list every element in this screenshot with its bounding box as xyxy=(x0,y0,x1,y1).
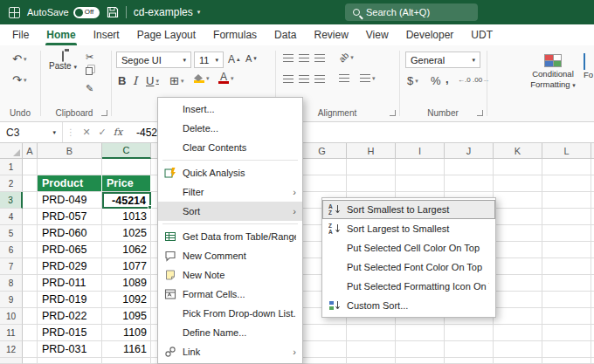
cell-B8[interactable]: PRD-011 xyxy=(38,275,102,292)
row-header-2[interactable]: 2 xyxy=(0,175,23,192)
italic-button[interactable]: I xyxy=(133,74,137,87)
cell[interactable] xyxy=(23,358,38,364)
format-as-table-button[interactable]: Fo xyxy=(584,54,594,80)
row-header-partial[interactable] xyxy=(0,358,23,364)
undo-button[interactable]: ↶▾ xyxy=(12,52,26,65)
menu-item-delete[interactable]: Delete... xyxy=(158,119,302,138)
row-header-5[interactable]: 5 xyxy=(0,225,23,242)
row-header-1[interactable]: 1 xyxy=(0,159,23,175)
align-middle-button[interactable] xyxy=(299,54,309,62)
cell[interactable] xyxy=(38,358,102,364)
cell[interactable] xyxy=(23,225,38,242)
cell-B3[interactable]: PRD-049 xyxy=(38,192,102,209)
cell-B11[interactable]: PRD-015 xyxy=(38,325,102,341)
cell[interactable] xyxy=(23,258,38,275)
submenu-item-sort-smallest-to-largest[interactable]: AZ Sort Smallest to Largest xyxy=(322,200,495,219)
underline-button[interactable]: U▾ xyxy=(146,74,159,87)
name-box[interactable]: C3 ▾ xyxy=(0,122,63,142)
cell-B9[interactable]: PRD-019 xyxy=(38,292,102,308)
cell-B6[interactable]: PRD-065 xyxy=(38,242,102,258)
row-header-11[interactable]: 11 xyxy=(0,325,23,341)
paste-button[interactable]: Paste ▾ xyxy=(47,52,79,71)
tab-formulas[interactable]: Formulas xyxy=(204,24,266,45)
row-header-6[interactable]: 6 xyxy=(0,242,23,258)
cell-C10[interactable]: 1095 xyxy=(102,308,151,325)
orientation-button[interactable]: ab▾ xyxy=(339,52,354,62)
merge-center-button[interactable]: ▾ xyxy=(360,74,376,82)
tab-data[interactable]: Data xyxy=(266,24,305,45)
cell-C6[interactable]: 1062 xyxy=(102,242,151,258)
conditional-formatting-button[interactable]: Conditional Formatting ▾ xyxy=(522,54,584,90)
row-header-3[interactable]: 3 xyxy=(0,192,23,209)
increase-decimal-button[interactable]: ←.0 xyxy=(458,76,471,84)
cell[interactable] xyxy=(102,358,151,364)
cell[interactable] xyxy=(23,341,38,358)
col-header-l[interactable]: L xyxy=(542,143,591,159)
number-format-select[interactable]: General▾ xyxy=(405,52,480,68)
save-icon[interactable] xyxy=(107,6,119,18)
alignment-dialog-launcher[interactable] xyxy=(390,110,396,116)
row-header-9[interactable]: 9 xyxy=(0,292,23,308)
cell-C8[interactable]: 1089 xyxy=(102,275,151,292)
insert-function-button[interactable]: fx xyxy=(110,127,126,138)
cell-C7[interactable]: 1077 xyxy=(102,258,151,275)
cell[interactable] xyxy=(38,159,102,175)
menu-item-format-cells[interactable]: Format Cells... xyxy=(158,285,302,304)
cell[interactable] xyxy=(23,275,38,292)
submenu-item-put-cell-color-on-top[interactable]: Put Selected Cell Color On Top xyxy=(322,238,495,258)
tab-udt[interactable]: UDT xyxy=(462,24,501,45)
fill-handle[interactable] xyxy=(148,205,152,209)
format-painter-button[interactable]: ✎ xyxy=(86,83,93,94)
align-right-button[interactable] xyxy=(314,75,325,83)
menu-item-sort[interactable]: Sort › xyxy=(158,202,302,221)
menu-item-pick-from-list[interactable]: Pick From Drop-down List... xyxy=(158,304,302,323)
clipboard-dialog-launcher[interactable] xyxy=(101,110,107,116)
cell[interactable] xyxy=(102,159,151,175)
menu-item-new-comment[interactable]: New Comment xyxy=(158,246,302,265)
enter-button[interactable]: ✓ xyxy=(94,127,110,138)
align-top-button[interactable] xyxy=(283,54,294,62)
cell-C5[interactable]: 1025 xyxy=(102,225,151,242)
cell[interactable] xyxy=(23,292,38,308)
cancel-button[interactable]: ✕ xyxy=(79,127,94,138)
fill-color-button[interactable]: ▾ xyxy=(194,74,210,83)
shrink-font-button[interactable]: A▾ xyxy=(245,53,257,64)
col-header-h[interactable]: H xyxy=(347,143,396,159)
menu-item-quick-analysis[interactable]: Quick Analysis xyxy=(158,163,302,182)
formula-bar-grip[interactable]: ⋮ xyxy=(63,127,79,137)
cell-B5[interactable]: PRD-060 xyxy=(38,225,102,242)
col-header-i[interactable]: I xyxy=(396,143,445,159)
redo-button[interactable]: ↷▾ xyxy=(12,73,26,86)
tab-home[interactable]: Home xyxy=(38,24,84,45)
cell[interactable] xyxy=(23,192,38,209)
cell[interactable] xyxy=(23,175,38,192)
cell-C11[interactable]: 1109 xyxy=(102,325,151,341)
col-header-c[interactable]: C xyxy=(102,143,151,159)
search-box[interactable]: Search (Alt+Q) xyxy=(345,3,478,21)
font-name-select[interactable]: Segoe UI▾ xyxy=(116,52,191,68)
row-header-12[interactable]: 12 xyxy=(0,341,23,358)
tab-developer[interactable]: Developer xyxy=(397,24,463,45)
cell-C9[interactable]: 1092 xyxy=(102,292,151,308)
filename-menu[interactable]: cd-examples ▾ xyxy=(134,6,201,18)
submenu-item-sort-largest-to-smallest[interactable]: ZA Sort Largest to Smallest xyxy=(322,219,495,238)
copy-button[interactable] xyxy=(86,67,93,75)
tab-view[interactable]: View xyxy=(357,24,397,45)
menu-item-insert[interactable]: Insert... xyxy=(158,100,302,119)
font-color-button[interactable]: A▾ xyxy=(218,72,234,84)
select-all-corner[interactable] xyxy=(0,143,23,159)
tab-insert[interactable]: Insert xyxy=(85,24,128,45)
cell[interactable] xyxy=(23,159,38,175)
submenu-item-custom-sort[interactable]: Custom Sort... xyxy=(322,296,495,315)
align-left-button[interactable] xyxy=(283,75,294,83)
cell-C3[interactable]: -45214 xyxy=(102,192,151,209)
cell[interactable] xyxy=(23,209,38,225)
col-header-g[interactable]: G xyxy=(298,143,347,159)
submenu-item-put-font-color-on-top[interactable]: Put Selected Font Color On Top xyxy=(322,258,495,277)
percent-style-button[interactable]: % xyxy=(431,74,441,87)
cell-B4[interactable]: PRD-057 xyxy=(38,209,102,225)
font-size-select[interactable]: 11▾ xyxy=(194,52,224,68)
menu-item-clear-contents[interactable]: Clear Contents xyxy=(158,138,302,157)
menu-item-get-data[interactable]: Get Data from Table/Range... xyxy=(158,227,302,246)
cell-C4[interactable]: 1013 xyxy=(102,209,151,225)
